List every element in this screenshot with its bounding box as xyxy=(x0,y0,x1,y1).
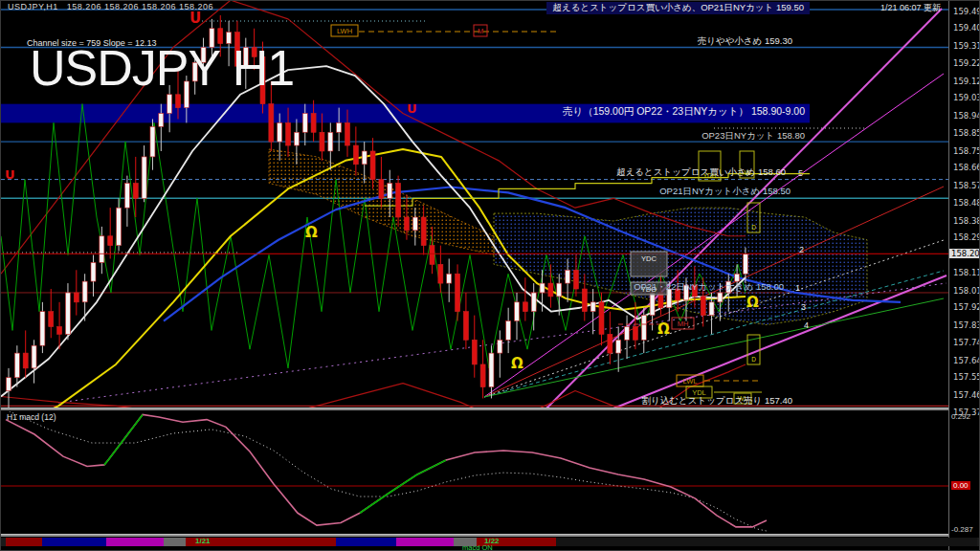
candle-body xyxy=(311,114,316,133)
update-timestamp: 1/21 06:07 更新 xyxy=(880,2,941,14)
chart-title-ohlc: USDJPY,H1 158.206 158.206 158.206 158.20… xyxy=(8,2,213,11)
candle-body xyxy=(523,302,527,312)
candle-body xyxy=(472,340,477,364)
axis-price-label: 158.665 xyxy=(953,163,980,172)
candle-body xyxy=(302,114,307,133)
candle-body xyxy=(726,281,731,293)
candle-body xyxy=(362,151,367,165)
candle-body xyxy=(142,157,146,198)
candle-body xyxy=(480,364,485,387)
candle-body xyxy=(456,274,460,311)
candle-body xyxy=(278,122,282,142)
candle-body xyxy=(40,312,45,346)
axis-price-label: 158.110 xyxy=(953,268,980,277)
macd-rising-segment xyxy=(104,414,143,464)
candle-body xyxy=(608,334,612,353)
candle-body xyxy=(294,132,299,145)
candle-body xyxy=(320,132,324,151)
macd-rising-segment xyxy=(360,460,446,513)
candle-body xyxy=(430,246,434,265)
axis-price-label: 158.385 xyxy=(953,216,980,226)
candle-body xyxy=(108,236,113,246)
candle-body xyxy=(718,293,723,302)
axis-price-label: 158.940 xyxy=(953,111,980,121)
candle-body xyxy=(625,326,630,340)
horseshoe-yellow: Ω xyxy=(746,294,759,311)
axis-price-label: 158.295 xyxy=(953,232,980,242)
candle-body xyxy=(353,145,358,165)
horseshoe-red: U xyxy=(407,101,417,116)
candle-body xyxy=(133,184,138,199)
range-rect-label-W: W xyxy=(744,169,750,176)
horseshoe-red: U xyxy=(189,10,201,27)
candle-body xyxy=(370,151,375,180)
axis-price-label: 159.125 xyxy=(953,77,980,86)
candle-body xyxy=(49,312,54,327)
candle-body xyxy=(7,378,11,391)
candle-body xyxy=(23,353,28,368)
session-segment xyxy=(106,538,164,546)
candle-body xyxy=(421,217,426,246)
candle-body xyxy=(540,283,545,293)
macd-main-line xyxy=(6,414,767,526)
fan-label-2: 2 xyxy=(799,245,804,254)
macd-signal-line xyxy=(6,409,767,531)
candle-body xyxy=(388,184,392,199)
candle-body xyxy=(590,302,595,312)
session-segment xyxy=(6,538,42,546)
level-box-label-LWH: LWH xyxy=(337,27,352,35)
axis-price-label: 159.035 xyxy=(953,93,980,102)
current-price-label: 158.206 xyxy=(949,249,980,258)
candle-body xyxy=(167,95,172,114)
axis-price-label: 158.850 xyxy=(953,128,980,138)
horseshoe-yellow: Ω xyxy=(657,320,670,338)
macd-scale-label: 0.292 xyxy=(951,412,970,421)
candle-body xyxy=(709,302,714,316)
axis-price-label: 157.925 xyxy=(953,302,980,312)
pane-separator[interactable] xyxy=(1,408,980,410)
candle-body xyxy=(447,274,452,283)
horseshoe-yellow: Ω xyxy=(511,355,523,372)
fan-label-1: 1 xyxy=(795,283,800,293)
axis-price-label: 157.830 xyxy=(953,320,980,330)
candle-body xyxy=(506,321,511,341)
candle-body xyxy=(74,293,78,302)
axis-price-label: 158.015 xyxy=(953,286,980,296)
axis-price-label: 157.740 xyxy=(953,338,980,347)
candle-body xyxy=(337,122,342,132)
candle-body xyxy=(548,283,553,297)
candle-body xyxy=(82,281,87,302)
session-segment xyxy=(42,538,106,546)
candle-body xyxy=(379,180,384,199)
candle-body xyxy=(286,122,291,145)
candle-body xyxy=(650,293,655,316)
axis-price-label: 158.570 xyxy=(953,181,980,190)
level-box-label-M: M xyxy=(478,27,483,35)
candle-body xyxy=(599,302,604,335)
candle-body xyxy=(676,289,680,300)
price-axis[interactable]: 159.495159.405159.310159.220159.125159.0… xyxy=(948,1,980,551)
axis-price-label: 159.405 xyxy=(953,23,980,33)
candle-body xyxy=(91,262,96,281)
symbol-watermark: USDJPY H1 xyxy=(30,39,294,97)
macd-toggle-text: macd ON xyxy=(462,543,493,551)
mt4-chart-window: 52134LWHMMHLWLYDLWLYDCYDOYDHWDDUUUΩΩΩΩ U… xyxy=(0,0,980,551)
candle-body xyxy=(684,285,689,300)
trendline-magenta xyxy=(546,9,942,408)
candle-body xyxy=(582,289,587,312)
axis-price-label: 159.310 xyxy=(953,41,980,51)
session-date-label: 1/21 xyxy=(195,537,211,545)
session-segment xyxy=(556,538,977,546)
candle-body xyxy=(124,184,129,209)
candle-body xyxy=(404,217,409,231)
level-box-label-YDL: YDL xyxy=(692,388,706,397)
candle-body xyxy=(515,302,520,321)
macd-zero-label: 0.00 xyxy=(951,481,970,490)
axis-price-label: 157.645 xyxy=(953,356,980,365)
session-segment xyxy=(396,538,454,546)
horseshoe-yellow: Ω xyxy=(305,224,318,241)
candle-body xyxy=(743,253,747,274)
candle-body xyxy=(328,132,333,151)
candle-body xyxy=(531,293,536,312)
range-rect-label-D: D xyxy=(751,224,756,231)
